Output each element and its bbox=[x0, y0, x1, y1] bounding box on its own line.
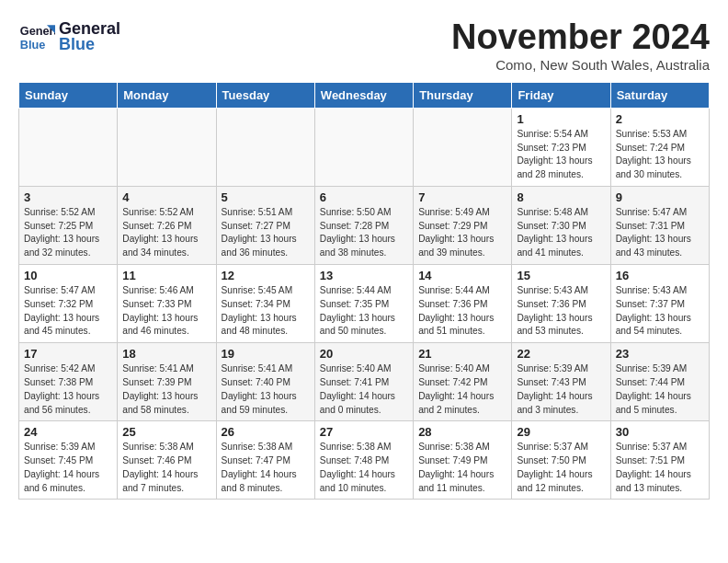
day-info: Sunrise: 5:47 AM Sunset: 7:31 PM Dayligh… bbox=[616, 206, 704, 260]
day-info: Sunrise: 5:41 AM Sunset: 7:39 PM Dayligh… bbox=[122, 362, 210, 417]
day-number: 11 bbox=[122, 269, 210, 282]
calendar-cell: 29Sunrise: 5:37 AM Sunset: 7:50 PM Dayli… bbox=[512, 421, 610, 500]
calendar-cell: 21Sunrise: 5:40 AM Sunset: 7:42 PM Dayli… bbox=[414, 343, 512, 421]
weekday-header-friday: Friday bbox=[512, 82, 610, 108]
month-title: November 2024 bbox=[451, 18, 710, 57]
weekday-header-sunday: Sunday bbox=[19, 82, 118, 108]
day-number: 29 bbox=[517, 425, 605, 439]
calendar-cell: 13Sunrise: 5:44 AM Sunset: 7:35 PM Dayli… bbox=[314, 265, 413, 343]
day-number: 8 bbox=[517, 190, 605, 204]
svg-text:Blue: Blue bbox=[20, 38, 46, 52]
day-number: 16 bbox=[616, 269, 704, 282]
calendar-cell: 6Sunrise: 5:50 AM Sunset: 7:28 PM Daylig… bbox=[314, 186, 413, 264]
calendar-cell: 2Sunrise: 5:53 AM Sunset: 7:24 PM Daylig… bbox=[610, 108, 709, 186]
day-info: Sunrise: 5:49 AM Sunset: 7:29 PM Dayligh… bbox=[418, 206, 506, 260]
calendar-cell: 23Sunrise: 5:39 AM Sunset: 7:44 PM Dayli… bbox=[610, 343, 709, 421]
calendar-cell bbox=[118, 108, 216, 186]
day-number: 18 bbox=[122, 347, 210, 361]
day-info: Sunrise: 5:43 AM Sunset: 7:37 PM Dayligh… bbox=[616, 284, 704, 339]
day-number: 19 bbox=[222, 347, 310, 361]
day-info: Sunrise: 5:38 AM Sunset: 7:48 PM Dayligh… bbox=[320, 441, 408, 495]
day-number: 22 bbox=[517, 347, 605, 361]
page-header: General Blue General Blue November 2024 … bbox=[18, 18, 710, 73]
day-info: Sunrise: 5:44 AM Sunset: 7:35 PM Dayligh… bbox=[320, 284, 408, 339]
weekday-header-wednesday: Wednesday bbox=[314, 82, 413, 108]
day-info: Sunrise: 5:38 AM Sunset: 7:47 PM Dayligh… bbox=[222, 441, 310, 495]
calendar-cell bbox=[19, 108, 118, 186]
day-info: Sunrise: 5:40 AM Sunset: 7:41 PM Dayligh… bbox=[320, 362, 408, 417]
day-number: 5 bbox=[222, 190, 310, 204]
day-info: Sunrise: 5:43 AM Sunset: 7:36 PM Dayligh… bbox=[517, 284, 605, 339]
calendar-cell: 3Sunrise: 5:52 AM Sunset: 7:25 PM Daylig… bbox=[19, 186, 118, 264]
calendar-cell: 25Sunrise: 5:38 AM Sunset: 7:46 PM Dayli… bbox=[118, 421, 216, 500]
day-number: 28 bbox=[418, 425, 506, 439]
calendar-cell: 10Sunrise: 5:47 AM Sunset: 7:32 PM Dayli… bbox=[19, 265, 118, 343]
calendar-cell: 4Sunrise: 5:52 AM Sunset: 7:26 PM Daylig… bbox=[118, 186, 216, 264]
location-subtitle: Como, New South Wales, Australia bbox=[451, 57, 710, 73]
day-info: Sunrise: 5:54 AM Sunset: 7:23 PM Dayligh… bbox=[517, 128, 605, 182]
day-info: Sunrise: 5:52 AM Sunset: 7:25 PM Dayligh… bbox=[24, 206, 112, 260]
calendar-cell: 5Sunrise: 5:51 AM Sunset: 7:27 PM Daylig… bbox=[216, 186, 314, 264]
calendar-cell: 27Sunrise: 5:38 AM Sunset: 7:48 PM Dayli… bbox=[314, 421, 413, 500]
calendar-week-5: 24Sunrise: 5:39 AM Sunset: 7:45 PM Dayli… bbox=[19, 421, 710, 500]
day-info: Sunrise: 5:44 AM Sunset: 7:36 PM Dayligh… bbox=[418, 284, 506, 339]
calendar-cell: 12Sunrise: 5:45 AM Sunset: 7:34 PM Dayli… bbox=[216, 265, 314, 343]
calendar-cell: 24Sunrise: 5:39 AM Sunset: 7:45 PM Dayli… bbox=[19, 421, 118, 500]
calendar-cell: 17Sunrise: 5:42 AM Sunset: 7:38 PM Dayli… bbox=[19, 343, 118, 421]
day-number: 10 bbox=[24, 269, 112, 282]
calendar-week-1: 1Sunrise: 5:54 AM Sunset: 7:23 PM Daylig… bbox=[19, 108, 710, 186]
calendar-cell bbox=[314, 108, 413, 186]
calendar-cell: 16Sunrise: 5:43 AM Sunset: 7:37 PM Dayli… bbox=[610, 265, 709, 343]
calendar-cell: 11Sunrise: 5:46 AM Sunset: 7:33 PM Dayli… bbox=[118, 265, 216, 343]
weekday-header-tuesday: Tuesday bbox=[216, 82, 314, 108]
day-number: 26 bbox=[222, 425, 310, 439]
day-info: Sunrise: 5:38 AM Sunset: 7:49 PM Dayligh… bbox=[418, 441, 506, 495]
day-number: 4 bbox=[122, 190, 210, 204]
calendar-cell: 30Sunrise: 5:37 AM Sunset: 7:51 PM Dayli… bbox=[610, 421, 709, 500]
day-number: 30 bbox=[616, 425, 704, 439]
calendar-cell: 26Sunrise: 5:38 AM Sunset: 7:47 PM Dayli… bbox=[216, 421, 314, 500]
day-info: Sunrise: 5:38 AM Sunset: 7:46 PM Dayligh… bbox=[122, 441, 210, 495]
day-number: 17 bbox=[24, 347, 112, 361]
weekday-header-thursday: Thursday bbox=[414, 82, 512, 108]
day-info: Sunrise: 5:45 AM Sunset: 7:34 PM Dayligh… bbox=[222, 284, 310, 339]
day-number: 15 bbox=[517, 269, 605, 282]
logo: General Blue General Blue bbox=[18, 18, 120, 55]
day-info: Sunrise: 5:48 AM Sunset: 7:30 PM Dayligh… bbox=[517, 206, 605, 260]
calendar-cell: 15Sunrise: 5:43 AM Sunset: 7:36 PM Dayli… bbox=[512, 265, 610, 343]
day-info: Sunrise: 5:53 AM Sunset: 7:24 PM Dayligh… bbox=[616, 128, 704, 182]
day-info: Sunrise: 5:46 AM Sunset: 7:33 PM Dayligh… bbox=[122, 284, 210, 339]
day-number: 24 bbox=[24, 425, 112, 439]
calendar-cell: 19Sunrise: 5:41 AM Sunset: 7:40 PM Dayli… bbox=[216, 343, 314, 421]
calendar-cell: 9Sunrise: 5:47 AM Sunset: 7:31 PM Daylig… bbox=[610, 186, 709, 264]
day-number: 7 bbox=[418, 190, 506, 204]
calendar-cell: 28Sunrise: 5:38 AM Sunset: 7:49 PM Dayli… bbox=[414, 421, 512, 500]
day-number: 3 bbox=[24, 190, 112, 204]
calendar-cell bbox=[216, 108, 314, 186]
day-info: Sunrise: 5:52 AM Sunset: 7:26 PM Dayligh… bbox=[122, 206, 210, 260]
title-area: November 2024 Como, New South Wales, Aus… bbox=[451, 18, 710, 73]
calendar-cell: 8Sunrise: 5:48 AM Sunset: 7:30 PM Daylig… bbox=[512, 186, 610, 264]
day-info: Sunrise: 5:37 AM Sunset: 7:51 PM Dayligh… bbox=[616, 441, 704, 495]
calendar-table: SundayMondayTuesdayWednesdayThursdayFrid… bbox=[18, 82, 710, 500]
weekday-header-monday: Monday bbox=[118, 82, 216, 108]
day-number: 13 bbox=[320, 269, 408, 282]
calendar-header: SundayMondayTuesdayWednesdayThursdayFrid… bbox=[19, 82, 710, 108]
day-info: Sunrise: 5:39 AM Sunset: 7:43 PM Dayligh… bbox=[517, 362, 605, 417]
day-number: 23 bbox=[616, 347, 704, 361]
day-number: 9 bbox=[616, 190, 704, 204]
day-info: Sunrise: 5:41 AM Sunset: 7:40 PM Dayligh… bbox=[222, 362, 310, 417]
day-number: 21 bbox=[418, 347, 506, 361]
calendar-cell: 14Sunrise: 5:44 AM Sunset: 7:36 PM Dayli… bbox=[414, 265, 512, 343]
calendar-cell: 7Sunrise: 5:49 AM Sunset: 7:29 PM Daylig… bbox=[414, 186, 512, 264]
day-number: 25 bbox=[122, 425, 210, 439]
day-number: 1 bbox=[517, 112, 605, 126]
calendar-week-2: 3Sunrise: 5:52 AM Sunset: 7:25 PM Daylig… bbox=[19, 186, 710, 264]
day-number: 2 bbox=[616, 112, 704, 126]
calendar-week-4: 17Sunrise: 5:42 AM Sunset: 7:38 PM Dayli… bbox=[19, 343, 710, 421]
calendar-cell: 1Sunrise: 5:54 AM Sunset: 7:23 PM Daylig… bbox=[512, 108, 610, 186]
day-info: Sunrise: 5:39 AM Sunset: 7:44 PM Dayligh… bbox=[616, 362, 704, 417]
day-info: Sunrise: 5:51 AM Sunset: 7:27 PM Dayligh… bbox=[222, 206, 310, 260]
calendar-cell: 20Sunrise: 5:40 AM Sunset: 7:41 PM Dayli… bbox=[314, 343, 413, 421]
calendar-cell bbox=[414, 108, 512, 186]
